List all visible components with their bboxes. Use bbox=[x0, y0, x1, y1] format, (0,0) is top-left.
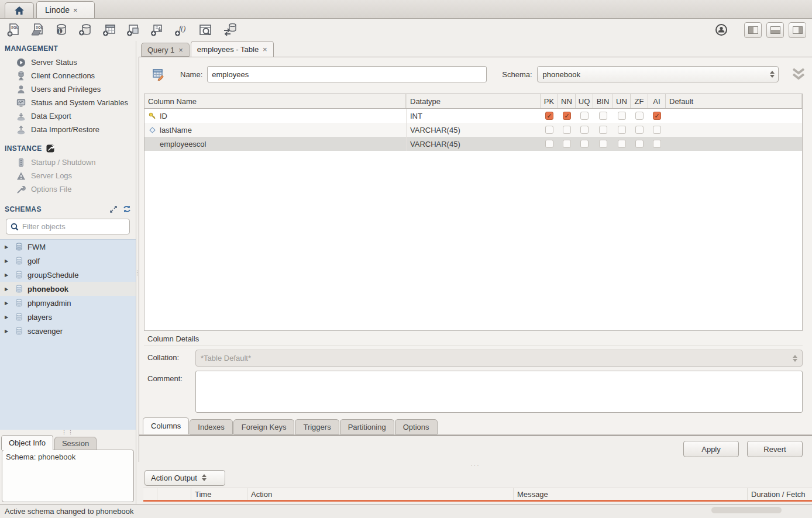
column-row-employeescol[interactable]: employeescol VARCHAR(45) ✓ ✓ ✓ ✓ ✓ ✓ ✓ bbox=[144, 137, 802, 151]
expand-form-chevron-icon[interactable] bbox=[790, 67, 807, 82]
close-icon[interactable]: × bbox=[178, 46, 183, 54]
subtab-foreign-keys[interactable]: Foreign Keys bbox=[233, 419, 295, 434]
header-blank-2[interactable] bbox=[157, 488, 191, 500]
expander-icon[interactable]: ▶ bbox=[5, 329, 11, 334]
horizontal-scrollbar-thumb[interactable] bbox=[711, 507, 782, 513]
header-nn[interactable]: NN bbox=[558, 94, 576, 108]
subtab-triggers[interactable]: Triggers bbox=[295, 419, 339, 434]
revert-button[interactable]: Revert bbox=[747, 441, 803, 457]
un-checkbox[interactable]: ✓ bbox=[618, 112, 626, 120]
header-duration-fetch[interactable]: Duration / Fetch bbox=[748, 488, 812, 500]
un-checkbox[interactable]: ✓ bbox=[618, 140, 626, 148]
schema-item-phonebook[interactable]: ▶ phonebook bbox=[0, 282, 136, 296]
header-pk[interactable]: PK bbox=[541, 94, 558, 108]
refresh-icon[interactable] bbox=[123, 205, 131, 213]
ai-checkbox[interactable]: ✓ bbox=[653, 140, 661, 148]
create-schema-icon[interactable] bbox=[78, 22, 93, 37]
column-default[interactable] bbox=[666, 109, 802, 123]
zf-checkbox[interactable]: ✓ bbox=[635, 112, 644, 120]
toggle-bottom-panel-icon[interactable] bbox=[766, 22, 784, 38]
sidebar-item-server-logs[interactable]: Server Logs bbox=[0, 169, 136, 182]
expander-icon[interactable]: ▶ bbox=[5, 272, 11, 278]
column-row-lastname[interactable]: lastName VARCHAR(45) ✓ ✓ ✓ ✓ ✓ ✓ ✓ bbox=[144, 123, 802, 137]
bin-checkbox[interactable]: ✓ bbox=[599, 112, 607, 120]
subtab-indexes[interactable]: Indexes bbox=[190, 419, 233, 434]
pk-checkbox[interactable]: ✓ bbox=[545, 126, 553, 134]
close-icon[interactable]: × bbox=[73, 6, 78, 15]
output-selector[interactable]: Action Output bbox=[144, 470, 225, 486]
inspect-database-icon[interactable]: i bbox=[54, 22, 69, 37]
header-action[interactable]: Action bbox=[247, 488, 514, 500]
schema-filter-box[interactable] bbox=[6, 219, 130, 234]
expand-icon[interactable] bbox=[110, 206, 117, 213]
nn-checkbox[interactable]: ✓ bbox=[563, 140, 571, 148]
reconnect-database-icon[interactable] bbox=[222, 22, 237, 37]
create-function-icon[interactable]: f() bbox=[174, 22, 189, 37]
header-blank-1[interactable] bbox=[143, 488, 157, 500]
expander-icon[interactable]: ▶ bbox=[5, 301, 11, 306]
tab-employees-table[interactable]: employees - Table × bbox=[191, 41, 274, 57]
search-table-data-icon[interactable] bbox=[198, 22, 213, 37]
pk-checkbox[interactable]: ✓ bbox=[545, 112, 553, 120]
schema-filter-input[interactable] bbox=[22, 222, 125, 231]
schema-item-golf[interactable]: ▶ golf bbox=[0, 254, 136, 268]
header-default[interactable]: Default bbox=[666, 94, 802, 108]
pk-checkbox[interactable]: ✓ bbox=[545, 140, 553, 148]
tab-object-info[interactable]: Object Info bbox=[1, 435, 53, 450]
expander-icon[interactable]: ▶ bbox=[5, 315, 11, 320]
create-procedure-icon[interactable] bbox=[150, 22, 165, 37]
sidebar-item-options-file[interactable]: Options File bbox=[0, 182, 136, 196]
header-zf[interactable]: ZF bbox=[631, 94, 648, 108]
sidebar-item-data-import[interactable]: Data Import/Restore bbox=[0, 123, 136, 136]
subtab-columns[interactable]: Columns bbox=[143, 417, 189, 434]
ai-checkbox[interactable]: ✓ bbox=[653, 112, 661, 120]
un-checkbox[interactable]: ✓ bbox=[618, 126, 626, 134]
tab-session[interactable]: Session bbox=[54, 437, 97, 450]
expander-icon[interactable]: ▶ bbox=[5, 244, 11, 250]
column-default[interactable] bbox=[666, 123, 802, 137]
home-tab[interactable] bbox=[5, 2, 34, 18]
sidebar-item-data-export[interactable]: Data Export bbox=[0, 109, 136, 123]
column-row-id[interactable]: ID INT ✓ ✓ ✓ ✓ ✓ ✓ ✓ bbox=[144, 109, 802, 123]
expander-icon[interactable]: ▶ bbox=[5, 286, 11, 292]
header-uq[interactable]: UQ bbox=[576, 94, 593, 108]
sidebar-item-server-status[interactable]: Server Status bbox=[0, 56, 136, 69]
action-output-splitter[interactable]: ··· bbox=[139, 462, 812, 468]
schema-item-scavenger[interactable]: ▶ scavenger bbox=[0, 324, 136, 338]
tab-query-1[interactable]: Query 1 × bbox=[141, 43, 190, 57]
assistant-icon[interactable] bbox=[714, 22, 729, 37]
uq-checkbox[interactable]: ✓ bbox=[580, 112, 589, 120]
column-default[interactable] bbox=[666, 137, 802, 151]
grid-empty-area[interactable] bbox=[144, 151, 802, 330]
toggle-left-panel-icon[interactable] bbox=[744, 22, 762, 38]
subtab-partitioning[interactable]: Partitioning bbox=[340, 419, 394, 434]
new-sql-tab-icon[interactable]: SQL bbox=[6, 22, 21, 37]
header-time[interactable]: Time bbox=[191, 488, 247, 500]
zf-checkbox[interactable]: ✓ bbox=[635, 140, 644, 148]
uq-checkbox[interactable]: ✓ bbox=[580, 140, 589, 148]
create-view-icon[interactable] bbox=[126, 22, 141, 37]
header-message[interactable]: Message bbox=[514, 488, 748, 500]
schema-item-groupschedule[interactable]: ▶ groupSchedule bbox=[0, 268, 136, 282]
schema-item-players[interactable]: ▶ players bbox=[0, 310, 136, 324]
header-datatype[interactable]: Datatype bbox=[406, 94, 541, 108]
info-panel-splitter[interactable]: ⋮⋮ bbox=[0, 430, 136, 434]
apply-button[interactable]: Apply bbox=[683, 441, 739, 457]
toggle-right-panel-icon[interactable] bbox=[789, 22, 806, 38]
nn-checkbox[interactable]: ✓ bbox=[563, 112, 571, 120]
sidebar-item-client-connections[interactable]: Client Connections bbox=[0, 69, 136, 82]
schema-item-phpmyadmin[interactable]: ▶ phpmyadmin bbox=[0, 296, 136, 310]
table-name-input[interactable] bbox=[207, 66, 487, 82]
sidebar-item-startup-shutdown[interactable]: Startup / Shutdown bbox=[0, 156, 136, 169]
comment-textarea[interactable] bbox=[195, 371, 803, 413]
header-column-name[interactable]: Column Name bbox=[144, 94, 406, 108]
zf-checkbox[interactable]: ✓ bbox=[635, 126, 644, 134]
sidebar-item-users-privileges[interactable]: Users and Privileges bbox=[0, 82, 136, 96]
header-bin[interactable]: BIN bbox=[593, 94, 613, 108]
connection-tab-linode[interactable]: Linode × bbox=[36, 1, 95, 18]
schema-item-fwm[interactable]: ▶ FWM bbox=[0, 240, 136, 254]
subtab-options[interactable]: Options bbox=[395, 419, 438, 434]
create-table-icon[interactable] bbox=[102, 22, 117, 37]
expander-icon[interactable]: ▶ bbox=[5, 258, 11, 264]
nn-checkbox[interactable]: ✓ bbox=[563, 126, 571, 134]
